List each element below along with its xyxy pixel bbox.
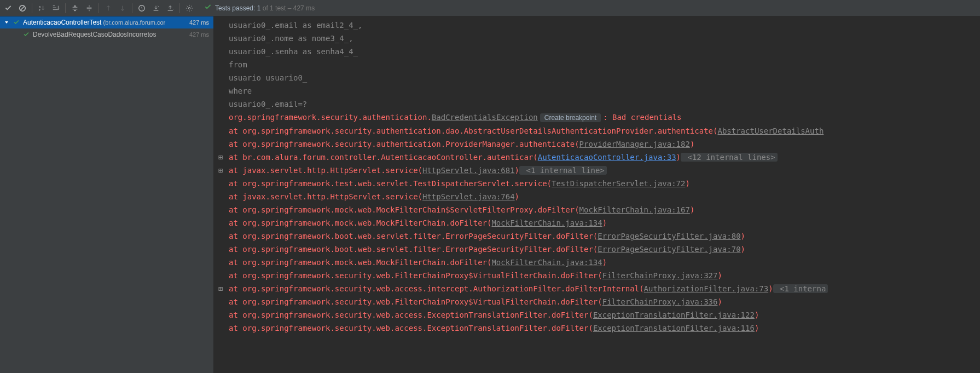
source-link[interactable]: HttpServlet.java:681 xyxy=(422,166,515,175)
check-icon xyxy=(204,3,212,13)
pass-icon xyxy=(22,31,31,38)
source-link[interactable]: AuthorizationFilter.java:73 xyxy=(644,284,769,293)
export-icon[interactable] xyxy=(163,1,177,15)
console-line: usuario0_.email as email2_4_, xyxy=(213,19,980,32)
stack-line: at org.springframework.boot.web.servlet.… xyxy=(213,243,980,256)
console-line: usuario0_.senha as senha4_4_ xyxy=(213,45,980,58)
chevron-down-icon[interactable] xyxy=(3,20,10,25)
source-link[interactable]: ErrorPageSecurityFilter.java:70 xyxy=(598,245,740,254)
console-line: usuario usuario0_ xyxy=(213,71,980,84)
separator xyxy=(179,3,180,13)
separator xyxy=(65,3,66,13)
source-link[interactable]: ExceptionTranslationFilter.java:116 xyxy=(593,324,755,332)
stack-line: at org.springframework.mock.web.MockFilt… xyxy=(213,256,980,269)
status-text: Tests passed: 1 of 1 test – 427 ms xyxy=(215,4,315,12)
stack-line: ⊞ at br.com.alura.forum.controller.Auten… xyxy=(213,151,980,164)
stack-line: at org.springframework.test.web.servlet.… xyxy=(213,177,980,190)
source-link[interactable]: MockFilterChain.java:134 xyxy=(491,219,602,227)
stack-line: at org.springframework.mock.web.MockFilt… xyxy=(213,216,980,229)
source-link[interactable]: ProviderManager.java:182 xyxy=(579,140,690,148)
source-link[interactable]: ExceptionTranslationFilter.java:122 xyxy=(593,311,755,319)
console-line: usuario0_.email=? xyxy=(213,97,980,111)
exception-line: org.springframework.security.authenticat… xyxy=(213,111,980,124)
test-method-row[interactable]: DevolveBadRequestCasoDadosIncorretos 427… xyxy=(0,28,213,41)
expand-all-icon[interactable] xyxy=(68,1,82,15)
import-icon[interactable] xyxy=(149,1,163,15)
expand-icon[interactable]: ⊞ xyxy=(216,151,225,164)
stack-line: ⊞ at javax.servlet.http.HttpServlet.serv… xyxy=(213,164,980,177)
sort-alpha-icon[interactable]: az xyxy=(34,1,49,15)
stack-line: at org.springframework.security.web.acce… xyxy=(213,322,980,335)
prev-failed-icon[interactable] xyxy=(101,1,115,15)
internal-lines-toggle[interactable]: <1 interna xyxy=(773,284,828,293)
show-ignored-icon[interactable] xyxy=(15,1,30,15)
separator xyxy=(132,3,132,13)
stack-line: at org.springframework.security.web.Filt… xyxy=(213,295,980,308)
test-duration: 427 ms xyxy=(189,19,213,26)
stack-line: at org.springframework.security.authenti… xyxy=(213,124,980,137)
source-link[interactable]: FilterChainProxy.java:336 xyxy=(602,297,718,306)
console-line: from xyxy=(213,58,980,71)
expand-icon[interactable]: ⊞ xyxy=(216,282,225,295)
source-link[interactable]: AutenticacaoController.java:33 xyxy=(538,153,676,162)
pass-icon xyxy=(12,19,21,26)
test-class-label: AutenticacaoControllerTest (br.com.alura… xyxy=(23,19,189,26)
internal-lines-toggle[interactable]: <1 internal line> xyxy=(519,166,607,175)
source-link[interactable]: FilterChainProxy.java:327 xyxy=(602,271,718,280)
stack-line: at javax.servlet.http.HttpServlet.servic… xyxy=(213,190,980,203)
console-line: where xyxy=(213,84,980,97)
test-duration: 427 ms xyxy=(189,31,213,38)
source-link[interactable]: MockFilterChain.java:134 xyxy=(491,258,602,267)
stack-line: at org.springframework.mock.web.MockFilt… xyxy=(213,203,980,216)
source-link[interactable]: HttpServlet.java:764 xyxy=(422,192,515,201)
collapse-all-icon[interactable] xyxy=(82,1,96,15)
svg-line-1 xyxy=(21,6,25,10)
show-passed-icon[interactable] xyxy=(1,1,15,15)
svg-point-5 xyxy=(188,7,190,9)
stack-line: at org.springframework.boot.web.servlet.… xyxy=(213,229,980,243)
history-icon[interactable] xyxy=(135,1,149,15)
stack-line: ⊞ at org.springframework.security.web.ac… xyxy=(213,282,980,295)
test-toolbar: az Tests passed: 1 of 1 test – 427 ms xyxy=(0,0,980,16)
test-tree[interactable]: AutenticacaoControllerTest (br.com.alura… xyxy=(0,16,213,373)
source-link[interactable]: AbstractUserDetailsAuth xyxy=(717,127,824,135)
test-status: Tests passed: 1 of 1 test – 427 ms xyxy=(204,3,315,13)
stack-line: at org.springframework.security.web.Filt… xyxy=(213,269,980,282)
console-output[interactable]: usuario0_.email as email2_4_, usuario0_.… xyxy=(213,16,980,373)
next-failed-icon[interactable] xyxy=(115,1,130,15)
separator xyxy=(98,3,99,13)
stack-line: at org.springframework.security.authenti… xyxy=(213,137,980,151)
source-link[interactable]: MockFilterChain.java:167 xyxy=(579,205,690,214)
source-link[interactable]: ErrorPageSecurityFilter.java:80 xyxy=(598,232,740,240)
expand-icon[interactable]: ⊞ xyxy=(216,164,225,177)
test-class-row[interactable]: AutenticacaoControllerTest (br.com.alura… xyxy=(0,16,213,28)
create-breakpoint-button[interactable]: Create breakpoint xyxy=(540,113,601,122)
svg-text:z: z xyxy=(39,8,40,12)
sort-duration-icon[interactable] xyxy=(49,1,63,15)
console-line: usuario0_.nome as nome3_4_, xyxy=(213,32,980,45)
test-method-label: DevolveBadRequestCasoDadosIncorretos xyxy=(33,31,189,38)
exception-link[interactable]: BadCredentialsException xyxy=(432,113,538,122)
separator xyxy=(32,3,32,13)
stack-line: at org.springframework.security.web.acce… xyxy=(213,308,980,322)
settings-icon[interactable] xyxy=(182,1,196,15)
source-link[interactable]: TestDispatcherServlet.java:72 xyxy=(552,179,685,188)
internal-lines-toggle[interactable]: <12 internal lines> xyxy=(681,153,778,162)
